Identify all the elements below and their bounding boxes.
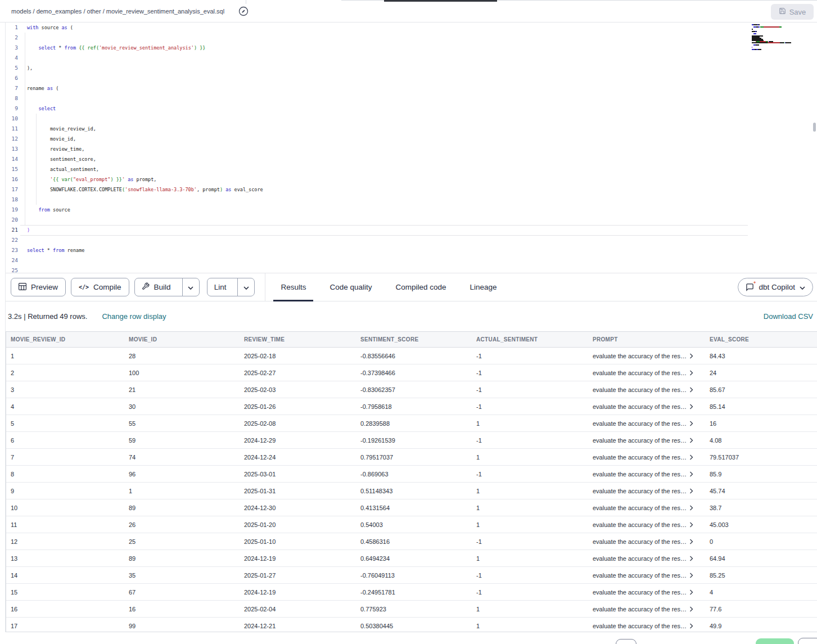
code-line[interactable]: ), [27, 63, 33, 73]
cell-sentiment-score: 0.4586316 [356, 533, 472, 550]
code-line[interactable]: with source as ( [27, 22, 73, 33]
tab-results[interactable]: Results [273, 273, 313, 301]
cell-prompt: evaluate the accuracy of the res… [588, 550, 705, 566]
code-line[interactable]: movie_id, [27, 134, 76, 144]
code-line[interactable]: ) [27, 225, 30, 235]
partial-button[interactable] [616, 639, 637, 644]
compile-button[interactable]: </> Compile [71, 278, 129, 296]
table-row: 14352025-01-27-0.76049113-1evaluate the … [6, 567, 817, 584]
code-line[interactable]: select * from {{ ref('movie_review_senti… [27, 43, 205, 53]
code-line[interactable]: from source [27, 205, 70, 215]
cell-actual-sentiment: 1 [472, 618, 588, 632]
code-line[interactable]: movie_review_id, [27, 124, 96, 134]
table-row: 12252025-01-100.4586316-1evaluate the ac… [6, 533, 817, 550]
prompt-expand-chevron-icon[interactable] [689, 505, 694, 511]
prompt-expand-chevron-icon[interactable] [689, 488, 694, 494]
dbt-copilot-button[interactable]: ✦ dbt Copilot [738, 278, 813, 296]
table-row: 7742024-12-240.795170371evaluate the acc… [6, 449, 817, 466]
editor-minimap[interactable] [752, 24, 815, 52]
preview-button[interactable]: Preview [11, 278, 66, 296]
cell-actual-sentiment: 1 [472, 499, 588, 516]
lint-dropdown-toggle[interactable] [237, 278, 254, 296]
prompt-preview-text: evaluate the accuracy of the res… [593, 437, 687, 444]
column-header-review_time: REVIEW_TIME [240, 332, 356, 347]
prompt-expand-chevron-icon[interactable] [689, 606, 694, 612]
line-number: 16 [6, 174, 18, 184]
cell-actual-sentiment: 1 [472, 483, 588, 499]
tab-code-quality[interactable]: Code quality [322, 273, 379, 301]
cell-eval-score: 85.9 [705, 466, 817, 482]
column-header-sentiment_score: SENTIMENT_SCORE [356, 332, 472, 347]
cell-review-time: 2024-12-30 [240, 499, 356, 516]
prompt-expand-chevron-icon[interactable] [689, 623, 694, 629]
code-line[interactable]: sentiment_score, [27, 154, 96, 164]
window-drag-bar [384, 0, 497, 2]
cell-movie-review-id: 17 [6, 618, 124, 632]
prompt-expand-chevron-icon[interactable] [689, 421, 694, 426]
code-line[interactable]: select * from rename [27, 245, 84, 255]
prompt-expand-chevron-icon[interactable] [689, 353, 694, 359]
file-header-bar: models / demo_examples / other / movie_r… [0, 0, 817, 22]
cell-eval-score: 85.67 [705, 381, 817, 398]
prompt-preview-text: evaluate the accuracy of the res… [593, 505, 687, 511]
code-line[interactable]: '{{ var("eval_prompt") }}' as prompt, [27, 174, 156, 184]
cell-eval-score: 4.08 [705, 432, 817, 448]
prompt-expand-chevron-icon[interactable] [689, 589, 694, 595]
cell-actual-sentiment: 1 [472, 415, 588, 431]
prompt-preview-text: evaluate the accuracy of the res… [593, 572, 687, 579]
cell-review-time: 2025-03-01 [240, 466, 356, 482]
cell-review-time: 2025-01-20 [240, 516, 356, 533]
code-line[interactable]: review_time, [27, 144, 84, 154]
line-number: 21 [6, 225, 18, 235]
partial-button[interactable] [798, 638, 817, 644]
column-header-movie_review_id: MOVIE_REVIEW_ID [6, 332, 124, 347]
prompt-expand-chevron-icon[interactable] [689, 454, 694, 460]
code-line[interactable]: rename as ( [27, 83, 58, 93]
build-dropdown-toggle[interactable] [182, 278, 199, 296]
prompt-expand-chevron-icon[interactable] [689, 471, 694, 477]
indent-guide [25, 33, 25, 225]
line-number: 17 [6, 184, 18, 195]
editor-scrollbar[interactable] [813, 123, 816, 132]
prompt-preview-text: evaluate the accuracy of the res… [593, 471, 687, 478]
prompt-expand-chevron-icon[interactable] [689, 556, 694, 561]
prompt-expand-chevron-icon[interactable] [689, 404, 694, 409]
column-header-actual_sentiment: ACTUAL_SENTIMENT [472, 332, 588, 347]
prompt-expand-chevron-icon[interactable] [689, 387, 694, 393]
code-line[interactable]: actual_sentiment, [27, 164, 99, 174]
code-line[interactable]: SNOWFLAKE.CORTEX.COMPLETE('snowflake-lla… [27, 184, 263, 195]
cell-actual-sentiment: -1 [472, 348, 588, 364]
cell-movie-review-id: 14 [6, 567, 124, 583]
tab-lineage[interactable]: Lineage [463, 273, 504, 301]
cell-prompt: evaluate the accuracy of the res… [588, 415, 705, 431]
change-row-display-link[interactable]: Change row display [102, 312, 166, 321]
cell-movie-review-id: 5 [6, 415, 124, 431]
cell-eval-score: 38.7 [705, 499, 817, 516]
save-button[interactable]: Save [771, 4, 814, 20]
cell-movie-id: 35 [124, 567, 240, 583]
results-table[interactable]: MOVIE_REVIEW_IDMOVIE_IDREVIEW_TIMESENTIM… [6, 331, 817, 632]
download-csv-link[interactable]: Download CSV [764, 312, 813, 321]
cell-actual-sentiment: -1 [472, 466, 588, 482]
build-button[interactable]: Build [135, 278, 178, 296]
column-header-prompt: PROMPT [588, 332, 705, 347]
tab-compiled-code[interactable]: Compiled code [389, 273, 454, 301]
prompt-expand-chevron-icon[interactable] [689, 539, 694, 544]
prompt-expand-chevron-icon[interactable] [689, 370, 694, 376]
cell-actual-sentiment: 1 [472, 516, 588, 533]
cell-movie-review-id: 2 [6, 364, 124, 381]
build-split-button: Build [134, 278, 200, 296]
cell-sentiment-score: 0.54003 [356, 516, 472, 533]
cell-movie-id: 89 [124, 499, 240, 516]
breadcrumb[interactable]: models / demo_examples / other / movie_r… [11, 0, 224, 22]
tab-boundary [246, 0, 246, 4]
lint-button[interactable]: Lint [207, 278, 233, 296]
cell-actual-sentiment: -1 [472, 533, 588, 550]
prompt-expand-chevron-icon[interactable] [689, 438, 694, 443]
code-line[interactable]: select [27, 103, 56, 114]
prompt-expand-chevron-icon[interactable] [689, 522, 694, 528]
partial-green-button[interactable] [756, 638, 794, 644]
prompt-expand-chevron-icon[interactable] [689, 573, 694, 578]
minimap-line [752, 51, 815, 52]
sql-editor[interactable]: 1234567891011121314151617181920212223242… [6, 22, 817, 273]
